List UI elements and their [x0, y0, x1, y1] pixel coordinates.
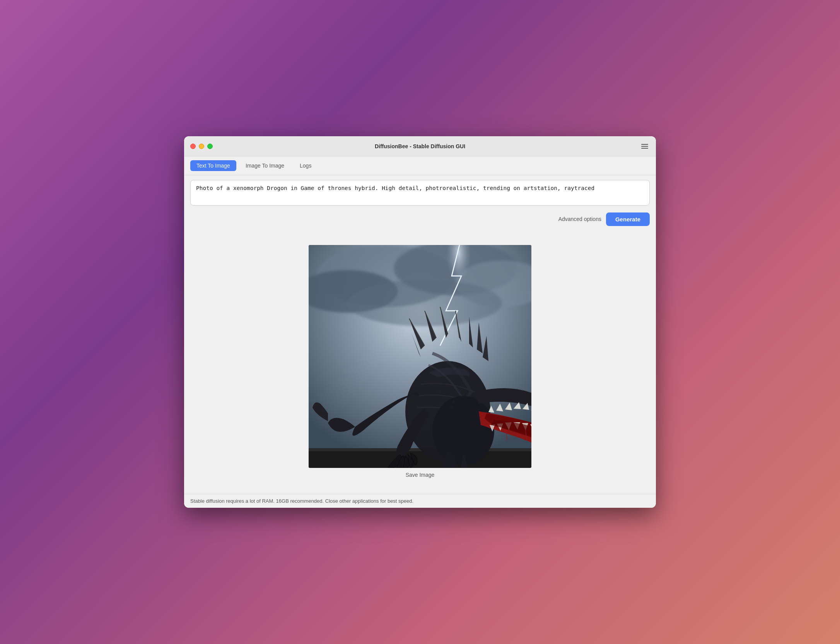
tab-logs[interactable]: Logs: [294, 160, 318, 171]
menu-button[interactable]: [640, 142, 650, 150]
action-row: Advanced options Generate: [184, 210, 656, 229]
svg-point-47: [440, 402, 444, 405]
status-message: Stable diffusion requires a lot of RAM. …: [190, 498, 413, 504]
traffic-lights: [190, 144, 213, 149]
svg-point-41: [439, 391, 442, 394]
svg-point-43: [458, 388, 461, 392]
tab-image-to-image[interactable]: Image To Image: [239, 160, 290, 171]
prompt-section: [184, 175, 656, 210]
svg-point-42: [449, 385, 451, 387]
save-image-label[interactable]: Save Image: [406, 472, 435, 478]
advanced-options-link[interactable]: Advanced options: [558, 216, 601, 222]
main-content: Save Image: [184, 229, 656, 494]
generated-image: [309, 245, 531, 468]
maximize-button[interactable]: [207, 144, 213, 149]
svg-point-48: [451, 406, 453, 409]
tab-text-to-image[interactable]: Text To Image: [190, 160, 236, 171]
image-svg: [309, 245, 531, 468]
menu-icon-line3: [641, 148, 648, 149]
menu-icon-line1: [641, 144, 648, 145]
generate-button[interactable]: Generate: [606, 212, 650, 226]
svg-point-5: [347, 280, 502, 326]
window-title: DiffusionBee - Stable Diffusion GUI: [375, 143, 465, 149]
svg-point-44: [445, 397, 447, 399]
prompt-input[interactable]: [190, 180, 650, 206]
menu-icon-line2: [641, 146, 648, 147]
svg-rect-7: [309, 450, 531, 468]
svg-point-46: [462, 395, 464, 397]
svg-point-45: [452, 400, 455, 403]
title-bar: DiffusionBee - Stable Diffusion GUI: [184, 136, 656, 156]
close-button[interactable]: [190, 144, 196, 149]
minimize-button[interactable]: [199, 144, 204, 149]
status-bar: Stable diffusion requires a lot of RAM. …: [184, 494, 656, 508]
nav-bar: Text To Image Image To Image Logs: [184, 156, 656, 175]
image-container: Save Image: [309, 245, 531, 478]
app-window: DiffusionBee - Stable Diffusion GUI Text…: [184, 136, 656, 508]
